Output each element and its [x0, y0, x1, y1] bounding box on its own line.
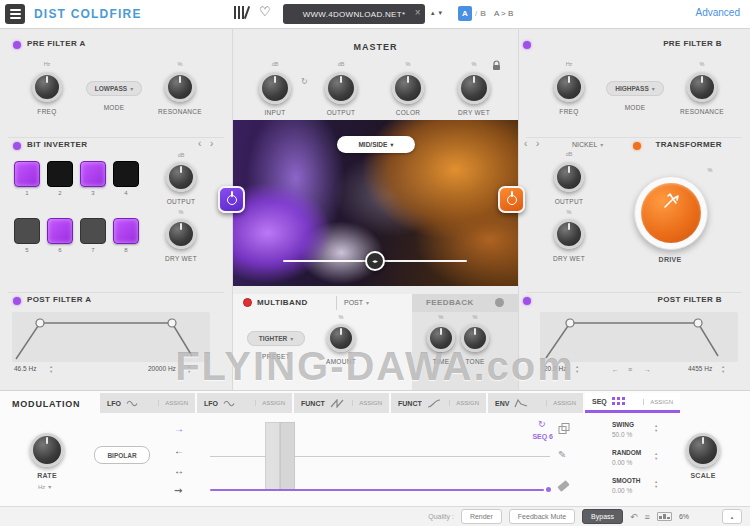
bit-pad[interactable]: [14, 218, 40, 244]
bit-inverter-drywet-knob[interactable]: [166, 219, 196, 249]
freq-stepper[interactable]: ▴ ▾: [722, 365, 724, 374]
mod-route-left-icon[interactable]: ←: [174, 446, 184, 456]
pre-filter-b-freq-knob[interactable]: [554, 72, 584, 102]
loop-icon[interactable]: ↻: [538, 419, 546, 429]
right-chain-power-button[interactable]: [498, 186, 525, 213]
stepper-down-icon[interactable]: ▾: [722, 370, 724, 375]
bit-pad[interactable]: [47, 161, 73, 187]
ab-toggle-a[interactable]: A: [458, 6, 472, 21]
feedback-tone-knob[interactable]: [461, 324, 489, 352]
nav-right-icon[interactable]: →: [644, 366, 651, 373]
bit-inverter-output-knob[interactable]: [166, 162, 196, 192]
pre-filter-a-mode-dropdown[interactable]: LOWPASS ▾: [86, 81, 142, 96]
bypass-button[interactable]: Bypass: [582, 509, 623, 524]
render-button[interactable]: Render: [461, 509, 502, 524]
stepper-down-icon[interactable]: ▾: [576, 370, 578, 375]
tab-envelope[interactable]: ENV ASSIGN: [488, 393, 583, 413]
seq-step-bar[interactable]: [265, 422, 280, 490]
undo-icon[interactable]: ↶: [630, 512, 638, 522]
ab-toggle-b[interactable]: B: [480, 9, 486, 18]
routing-mode-dropdown[interactable]: MID/SIDE ▾: [337, 136, 415, 153]
mix-slider-handle[interactable]: ◂▸: [365, 251, 385, 271]
bit-pad[interactable]: [113, 218, 139, 244]
post-filter-b-curve[interactable]: [540, 312, 738, 362]
pre-filter-b-mode-dropdown[interactable]: HIGHPASS ▾: [606, 81, 664, 96]
tab-sequencer[interactable]: SEQ ASSIGN: [585, 393, 680, 413]
random-stepper[interactable]: ▴ ▾: [655, 452, 657, 461]
freq-stepper[interactable]: ▴ ▾: [188, 365, 190, 374]
mod-route-both-icon[interactable]: ↔: [174, 466, 184, 476]
smooth-stepper[interactable]: ▴ ▾: [655, 480, 657, 489]
bit-pad[interactable]: [113, 161, 139, 187]
transformer-drywet-knob[interactable]: [554, 219, 584, 249]
master-drywet-knob[interactable]: [458, 72, 490, 104]
preset-prev-icon[interactable]: ▴: [431, 9, 435, 17]
multiband-position-dropdown[interactable]: POST ▾: [344, 299, 369, 306]
rate-unit-dropdown[interactable]: Hz ▾: [38, 483, 51, 490]
pre-filter-a-resonance-knob[interactable]: [165, 72, 195, 102]
modulation-scale-knob[interactable]: [686, 433, 720, 467]
tab-lfo-1[interactable]: LFO ASSIGN: [100, 393, 195, 413]
feedback-time-knob[interactable]: [427, 324, 455, 352]
tab-function-1[interactable]: FUNCT ASSIGN: [294, 393, 389, 413]
post-filter-a-curve[interactable]: [12, 312, 210, 362]
transformer-enable-led[interactable]: [633, 142, 641, 150]
multiband-amount-knob[interactable]: [327, 324, 355, 352]
ab-copy-button[interactable]: A > B: [494, 9, 513, 18]
collapse-panel-button[interactable]: ▴: [722, 509, 742, 524]
bit-pad[interactable]: [14, 161, 40, 187]
multiband-enable-led[interactable]: [243, 298, 252, 307]
menu-icon[interactable]: ≡: [645, 512, 650, 522]
module-next-icon[interactable]: ›: [536, 139, 539, 149]
bit-pad[interactable]: [80, 161, 106, 187]
seq-position-bar[interactable]: [210, 489, 544, 491]
stepper-down-icon[interactable]: ▾: [655, 485, 657, 490]
mod-route-random-icon[interactable]: ⇝: [174, 486, 182, 496]
stepper-down-icon[interactable]: ▾: [50, 370, 52, 375]
transformer-type-dropdown[interactable]: NICKEL ▾: [572, 141, 603, 148]
tab-function-2[interactable]: FUNCT ASSIGN: [391, 393, 486, 413]
lock-icon[interactable]: [492, 57, 501, 75]
left-chain-power-button[interactable]: [218, 186, 245, 213]
pre-filter-a-enable-led[interactable]: [13, 41, 21, 49]
favorite-heart-icon[interactable]: ♡: [259, 4, 271, 19]
feedback-mute-button[interactable]: Feedback Mute: [509, 509, 575, 524]
master-input-knob[interactable]: [259, 72, 291, 104]
list-menu-icon[interactable]: ≡: [628, 366, 632, 373]
module-prev-icon[interactable]: ‹: [198, 139, 201, 149]
bit-pad[interactable]: [47, 218, 73, 244]
cpu-meter-icon[interactable]: [657, 512, 672, 521]
bit-inverter-enable-led[interactable]: [13, 142, 21, 150]
preset-next-icon[interactable]: ▾: [439, 9, 443, 17]
copy-icon[interactable]: [558, 421, 570, 439]
pre-filter-b-resonance-knob[interactable]: [687, 72, 717, 102]
eraser-icon[interactable]: [557, 480, 569, 492]
link-icon[interactable]: ↻: [301, 77, 308, 86]
mod-route-right-icon[interactable]: →: [174, 424, 184, 434]
freq-stepper[interactable]: ▴ ▾: [50, 365, 52, 374]
feedback-enable-led[interactable]: [495, 298, 504, 307]
seq-step-bar[interactable]: [280, 422, 295, 490]
transformer-output-knob[interactable]: [554, 162, 584, 192]
pre-filter-a-freq-knob[interactable]: [32, 72, 62, 102]
preset-name-display[interactable]: WWW.4DOWNLOAD.NET* ×: [283, 4, 425, 24]
tab-lfo-2[interactable]: LFO ASSIGN: [197, 393, 292, 413]
bit-pad[interactable]: [80, 218, 106, 244]
pencil-icon[interactable]: ✎: [558, 449, 566, 460]
library-icon[interactable]: [234, 6, 248, 19]
post-filter-a-enable-led[interactable]: [13, 297, 21, 305]
advanced-button[interactable]: Advanced: [696, 7, 740, 18]
feedback-title[interactable]: FEEDBACK: [426, 298, 474, 307]
module-prev-icon[interactable]: ‹: [524, 139, 527, 149]
master-output-knob[interactable]: [325, 72, 357, 104]
swing-stepper[interactable]: ▴ ▾: [655, 424, 657, 433]
transformer-drive-knob[interactable]: [634, 176, 708, 250]
pre-filter-b-enable-led[interactable]: [523, 41, 531, 49]
main-menu-button[interactable]: [5, 4, 25, 24]
nav-left-icon[interactable]: ←: [612, 366, 619, 373]
stepper-down-icon[interactable]: ▾: [655, 429, 657, 434]
modulation-rate-knob[interactable]: [30, 433, 64, 467]
freq-stepper[interactable]: ▴ ▾: [576, 365, 578, 374]
multiband-preset-dropdown[interactable]: TIGHTER ▾: [247, 331, 305, 346]
close-icon[interactable]: ×: [415, 7, 421, 18]
